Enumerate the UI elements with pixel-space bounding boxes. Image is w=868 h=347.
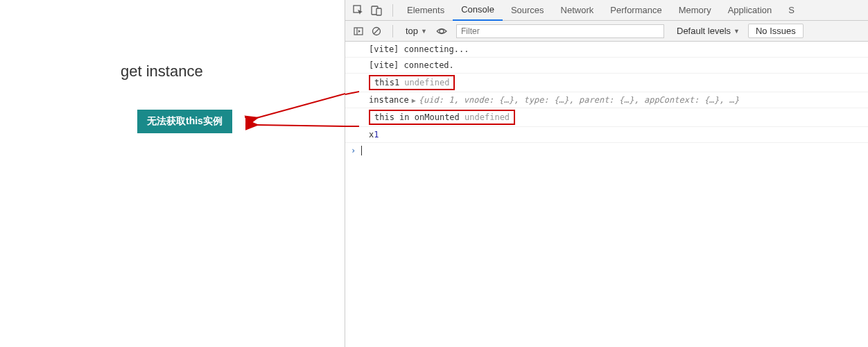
cursor bbox=[361, 146, 362, 155]
tab-more[interactable]: S bbox=[780, 0, 803, 21]
annotation-arrows bbox=[0, 0, 345, 347]
tab-console[interactable]: Console bbox=[453, 0, 503, 21]
highlight-box: this1 undefined bbox=[369, 75, 455, 90]
console-log-row: this1 undefined bbox=[345, 74, 868, 92]
live-expression-icon[interactable] bbox=[434, 24, 449, 39]
tab-sources[interactable]: Sources bbox=[503, 0, 553, 21]
filter-input[interactable] bbox=[456, 24, 664, 38]
console-log-row: [vite] connected. bbox=[345, 58, 868, 74]
context-label: top bbox=[406, 26, 418, 36]
svg-line-0 bbox=[257, 94, 345, 118]
log-text: this in onMounted bbox=[374, 112, 460, 122]
console-log-row: instance ▶ {uid: 1, vnode: {…}, type: {…… bbox=[345, 92, 868, 108]
tab-network[interactable]: Network bbox=[553, 0, 602, 21]
log-value: 1 bbox=[374, 130, 379, 139]
log-text: this1 bbox=[374, 78, 399, 87]
console-body: [vite] connecting... [vite] connected. t… bbox=[345, 42, 868, 347]
log-text: [vite] connected. bbox=[369, 60, 454, 70]
separator bbox=[392, 4, 393, 17]
svg-rect-4 bbox=[376, 8, 381, 15]
sidebar-toggle-icon[interactable] bbox=[351, 24, 366, 39]
svg-line-8 bbox=[374, 28, 379, 34]
page-pane: get instance 无法获取this实例 bbox=[0, 0, 345, 347]
console-log-row: this in onMounted undefined bbox=[345, 108, 868, 127]
log-text: instance bbox=[369, 95, 409, 105]
tab-application[interactable]: Application bbox=[720, 0, 781, 21]
levels-label: Default levels bbox=[677, 26, 731, 36]
svg-line-1 bbox=[257, 125, 345, 126]
device-toggle-icon[interactable] bbox=[369, 3, 384, 18]
devtools-tabs: Elements Console Sources Network Perform… bbox=[345, 0, 868, 21]
page-title: get instance bbox=[121, 62, 203, 81]
issues-button[interactable]: No Issues bbox=[748, 24, 804, 38]
tab-memory[interactable]: Memory bbox=[670, 0, 720, 21]
console-log-row: [vite] connecting... bbox=[345, 42, 868, 58]
context-selector[interactable]: top ▼ bbox=[401, 26, 431, 36]
chevron-down-icon: ▼ bbox=[734, 28, 740, 35]
expand-icon[interactable]: ▶ bbox=[412, 96, 416, 104]
chevron-right-icon: › bbox=[351, 146, 356, 155]
separator bbox=[392, 25, 393, 37]
highlight-box: this in onMounted undefined bbox=[369, 110, 515, 125]
tab-elements[interactable]: Elements bbox=[399, 0, 453, 21]
log-text: x bbox=[369, 130, 374, 139]
console-log-row: x 1 bbox=[345, 127, 868, 143]
tab-performance[interactable]: Performance bbox=[602, 0, 670, 21]
svg-point-9 bbox=[440, 29, 444, 33]
log-text: [vite] connecting... bbox=[369, 44, 469, 54]
devtools-pane: Elements Console Sources Network Perform… bbox=[345, 0, 868, 347]
annotation-box: 无法获取this实例 bbox=[137, 110, 232, 133]
console-toolbar: top ▼ Default levels ▼ No Issues bbox=[345, 21, 868, 42]
log-preview: {uid: 1, vnode: {…}, type: {…}, parent: … bbox=[419, 95, 739, 105]
levels-selector[interactable]: Default levels ▼ bbox=[671, 26, 745, 36]
console-prompt[interactable]: › bbox=[345, 143, 868, 158]
log-value: undefined bbox=[404, 78, 449, 87]
clear-console-icon[interactable] bbox=[369, 24, 384, 39]
log-value: undefined bbox=[465, 112, 510, 122]
inspect-icon[interactable] bbox=[351, 3, 366, 18]
chevron-down-icon: ▼ bbox=[421, 28, 427, 35]
